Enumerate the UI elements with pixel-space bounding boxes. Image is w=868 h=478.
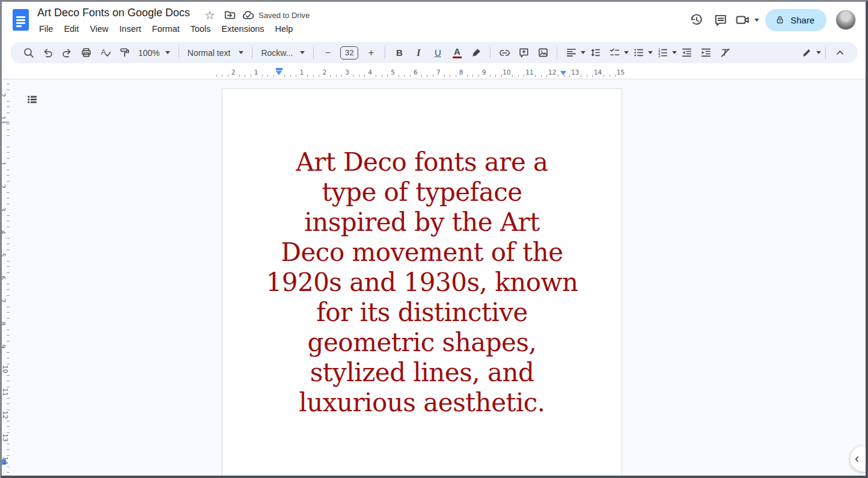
line-spacing-icon[interactable] [587, 45, 603, 61]
ruler-tick [604, 75, 604, 77]
underline-button[interactable]: U [430, 45, 445, 61]
lock-icon [775, 15, 785, 25]
ruler-tick [7, 329, 10, 330]
paint-format-icon[interactable] [117, 45, 132, 61]
menu-item[interactable]: Edit [58, 22, 84, 35]
ruler-tick [7, 238, 10, 239]
document-text-line[interactable]: Deco movement of the [222, 237, 622, 268]
text-color-button[interactable]: A [449, 45, 465, 61]
document-text-line[interactable]: for its distinctive [222, 298, 622, 328]
first-line-indent-marker[interactable] [276, 68, 283, 70]
highlight-color-icon[interactable] [468, 45, 484, 61]
ruler-tick [364, 75, 365, 77]
star-icon[interactable]: ☆ [202, 7, 218, 23]
document-text[interactable]: Art Deco fonts are atype of typefaceinsp… [222, 147, 622, 418]
text-color-swatch [453, 57, 462, 59]
print-icon[interactable] [78, 45, 94, 61]
ruler-tick [7, 158, 10, 159]
decrease-font-size-button[interactable]: − [320, 45, 335, 61]
toolbar: A 100% Normal text Rockw... − 32 + B I U… [10, 42, 858, 63]
editing-mode-control[interactable] [797, 45, 821, 61]
ruler-tick [7, 90, 10, 90]
italic-button[interactable]: I [411, 45, 426, 61]
align-control[interactable] [561, 45, 585, 61]
insert-image-icon[interactable] [535, 45, 551, 61]
bulleted-list-control[interactable] [629, 45, 653, 61]
menu-item[interactable]: File [34, 22, 58, 35]
bulleted-list-icon[interactable] [631, 45, 646, 61]
menu-item[interactable]: View [84, 22, 114, 35]
share-button[interactable]: Share [765, 9, 827, 31]
redo-icon[interactable] [59, 45, 75, 61]
google-docs-logo-icon[interactable] [13, 9, 29, 31]
join-call-control[interactable] [735, 13, 759, 27]
ruler-tick [501, 75, 502, 77]
align-icon[interactable] [563, 45, 579, 61]
account-avatar[interactable] [836, 10, 856, 30]
search-menus-icon[interactable] [20, 45, 36, 61]
collapse-side-panel-button[interactable]: ‹ [850, 446, 868, 472]
document-text-line[interactable]: Art Deco fonts are a [222, 147, 622, 177]
undo-icon[interactable] [40, 45, 55, 61]
zoom-caret-icon [165, 51, 170, 54]
font-size-input[interactable]: 32 [340, 46, 358, 60]
ruler-tick [319, 75, 319, 77]
clear-formatting-icon[interactable] [717, 45, 733, 61]
ruler-tick [7, 284, 10, 284]
ruler-tick [7, 215, 10, 216]
numbered-list-icon[interactable]: 123 [655, 45, 670, 61]
document-text-line[interactable]: inspired by the Art [222, 207, 622, 237]
version-history-icon[interactable] [685, 8, 709, 32]
document-title-input[interactable]: Art Deco Fonts on Google Docs [37, 7, 190, 19]
ruler-tick [7, 403, 10, 404]
add-comment-icon[interactable] [516, 45, 531, 61]
text-color-letter: A [454, 47, 460, 56]
ruler-tick [7, 307, 10, 307]
menu-item[interactable]: Tools [185, 22, 216, 35]
document-page[interactable]: Art Deco fonts are atype of typefaceinsp… [222, 88, 622, 478]
ruler-number: 13 [2, 434, 9, 441]
increase-indent-icon[interactable] [698, 45, 714, 61]
editing-mode-pencil-icon[interactable] [799, 45, 815, 61]
ruler-tick [467, 75, 468, 77]
hide-menus-icon[interactable] [832, 45, 848, 61]
decrease-indent-icon[interactable] [679, 45, 694, 61]
ruler-number: 4 [0, 230, 7, 234]
menu-item[interactable]: Help [270, 22, 299, 35]
right-indent-marker[interactable] [560, 71, 566, 75]
document-text-line[interactable]: luxurious aesthetic. [222, 388, 622, 418]
ruler-tick [284, 75, 285, 77]
checklist-icon[interactable] [607, 45, 622, 61]
left-indent-marker[interactable] [276, 71, 282, 75]
document-text-line[interactable]: type of typeface [222, 177, 622, 207]
bold-button[interactable]: B [391, 45, 407, 61]
ruler-number: 11 [2, 388, 9, 396]
menu-item[interactable]: Insert [114, 22, 147, 35]
saved-to-drive-button[interactable]: Saved to Drive [242, 9, 310, 22]
menu-item[interactable]: Extensions [216, 22, 270, 35]
insert-link-icon[interactable] [497, 45, 512, 61]
show-outline-icon[interactable] [24, 91, 40, 107]
cloud-check-icon [242, 9, 254, 22]
checklist-control[interactable] [605, 45, 629, 61]
paragraph-style-select[interactable]: Normal text [183, 48, 248, 58]
document-text-line[interactable]: stylized lines, and [222, 358, 622, 388]
ruler-tick [7, 175, 10, 176]
increase-font-size-button[interactable]: + [363, 45, 379, 61]
menu-item[interactable]: Format [147, 22, 185, 35]
ruler-tick [478, 75, 479, 77]
document-text-line[interactable]: geometric shapes, [222, 328, 622, 358]
document-text-line[interactable]: 1920s and 1930s, known [222, 268, 622, 298]
font-caret-icon [300, 51, 305, 54]
font-select[interactable]: Rockw... [257, 48, 309, 58]
ruler-number: 1 [300, 69, 304, 76]
video-caret-icon[interactable] [754, 19, 759, 22]
numbered-list-control[interactable]: 123 [653, 45, 677, 61]
ruler-tick [558, 75, 558, 77]
comments-icon[interactable] [709, 8, 733, 32]
spell-check-icon[interactable]: A [97, 45, 113, 61]
move-to-folder-icon[interactable] [222, 7, 237, 23]
ruler-tick [7, 244, 10, 244]
ruler-tick [359, 75, 359, 77]
zoom-select[interactable]: 100% [134, 48, 174, 58]
